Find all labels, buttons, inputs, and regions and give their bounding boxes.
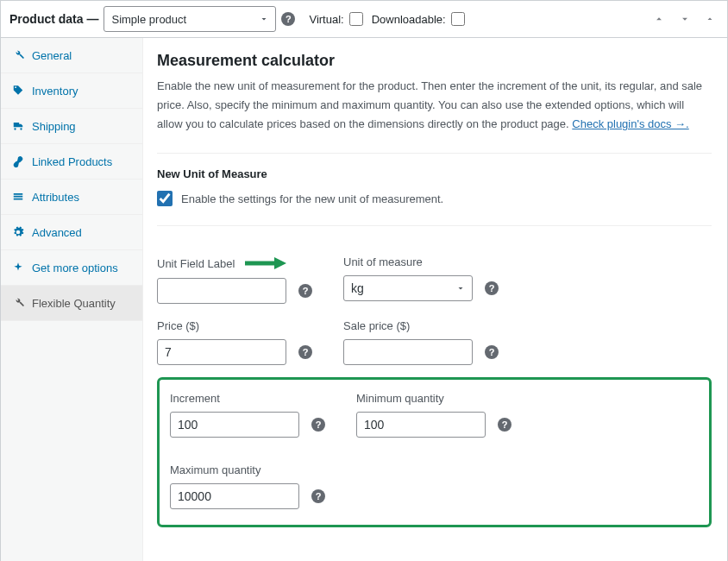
sale-price-label: Sale price ($) [343, 319, 504, 332]
tag-icon [11, 84, 25, 98]
truck-icon [11, 119, 25, 133]
move-up-button[interactable] [650, 11, 668, 27]
tab-inventory[interactable]: Inventory [1, 73, 142, 109]
unit-of-measure-select[interactable]: kg [343, 275, 473, 301]
spark-icon [11, 261, 25, 274]
virtual-toggle[interactable]: Virtual: [309, 12, 362, 26]
help-icon[interactable]: ? [311, 418, 325, 432]
downloadable-checkbox[interactable] [451, 12, 465, 26]
unit-field-label-label: Unit Field Label [157, 257, 235, 270]
help-icon[interactable]: ? [485, 345, 499, 359]
svg-marker-1 [274, 257, 286, 269]
wrench-icon [11, 48, 25, 62]
help-icon[interactable]: ? [281, 12, 295, 26]
enable-unit-row[interactable]: Enable the settings for the new unit of … [157, 191, 712, 206]
sale-price-input[interactable] [343, 339, 473, 365]
downloadable-toggle[interactable]: Downloadable: [372, 12, 465, 26]
panel-title: Product data — [9, 12, 98, 26]
unit-field-label-input[interactable] [157, 278, 286, 304]
tab-advanced[interactable]: Advanced [1, 215, 142, 250]
link-icon [11, 154, 25, 168]
max-qty-label: Maximum quantity [170, 463, 330, 476]
unit-of-measure-label: Unit of measure [343, 255, 504, 268]
tab-get-more-options[interactable]: Get more options [1, 250, 142, 286]
gear-icon [11, 225, 25, 239]
tab-general[interactable]: General [1, 38, 142, 73]
tab-content: Measurement calculator Enable the new un… [143, 38, 727, 561]
help-icon[interactable]: ? [311, 489, 325, 503]
price-label: Price ($) [157, 319, 317, 332]
enable-unit-checkbox[interactable] [157, 191, 173, 206]
quantity-highlight-box: Increment ? Minimum quantity ? [157, 377, 712, 527]
price-input[interactable] [157, 339, 286, 365]
panel-header: Product data — Simple product ? Virtual:… [1, 1, 727, 38]
move-down-button[interactable] [675, 11, 694, 27]
help-icon[interactable]: ? [485, 281, 499, 295]
list-icon [11, 190, 25, 204]
increment-label: Increment [170, 392, 330, 405]
arrow-right-icon [243, 255, 286, 271]
docs-link[interactable]: Check plugin's docs →. [572, 117, 688, 130]
section-title: Measurement calculator [157, 52, 712, 70]
tab-flexible-quantity[interactable]: Flexible Quantity [1, 286, 142, 321]
increment-input[interactable] [170, 412, 299, 438]
tab-shipping[interactable]: Shipping [1, 109, 142, 144]
min-qty-label: Minimum quantity [356, 392, 517, 405]
max-qty-input[interactable] [170, 483, 299, 509]
help-icon[interactable]: ? [298, 345, 312, 359]
tab-attributes[interactable]: Attributes [1, 180, 142, 215]
min-qty-input[interactable] [356, 412, 486, 438]
section-description: Enable the new unit of measurement for t… [157, 77, 712, 134]
tab-linked-products[interactable]: Linked Products [1, 144, 142, 180]
product-type-select[interactable]: Simple product [104, 6, 276, 32]
product-data-tabs: General Inventory Shipping Linked Produc… [1, 38, 143, 561]
new-unit-heading: New Unit of Measure [157, 167, 712, 180]
wrench-icon [11, 296, 25, 310]
help-icon[interactable]: ? [298, 284, 312, 298]
virtual-checkbox[interactable] [349, 12, 363, 26]
collapse-button[interactable] [701, 12, 719, 26]
help-icon[interactable]: ? [498, 418, 511, 432]
